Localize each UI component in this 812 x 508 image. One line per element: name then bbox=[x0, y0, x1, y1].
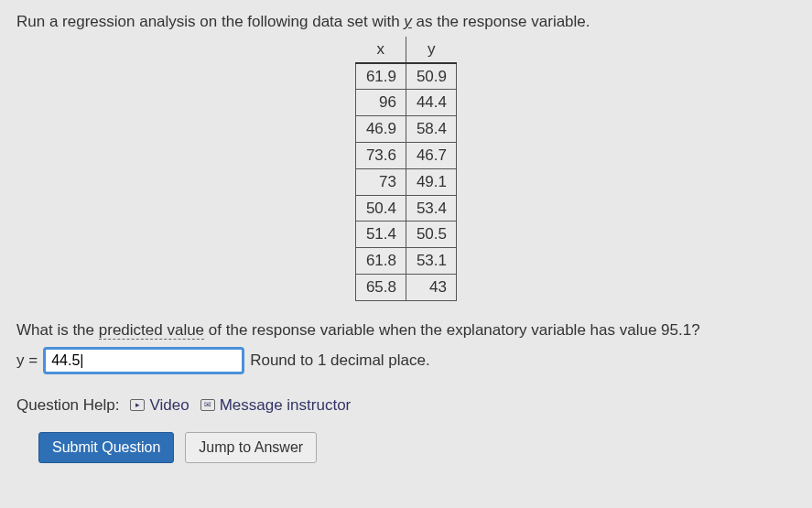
jump-to-answer-button[interactable]: Jump to Answer bbox=[185, 432, 317, 463]
cell-x: 73 bbox=[356, 168, 406, 195]
data-table: x y 61.950.99644.446.958.473.646.77349.1… bbox=[355, 37, 457, 301]
prompt-lead: Run a regression analysis on the followi… bbox=[16, 13, 404, 30]
question-text: What is the predicted value of the respo… bbox=[16, 319, 796, 341]
cell-y: 49.1 bbox=[406, 168, 457, 195]
table-row: 7349.1 bbox=[356, 168, 457, 195]
table-row: 46.958.4 bbox=[356, 116, 457, 143]
table-row: 73.646.7 bbox=[356, 142, 457, 168]
cell-x: 46.9 bbox=[356, 116, 406, 143]
cell-y: 50.9 bbox=[406, 63, 457, 90]
table-row: 50.453.4 bbox=[356, 195, 457, 222]
question-lead: What is the bbox=[16, 321, 99, 339]
message-instructor-link[interactable]: ✉ Message instructor bbox=[200, 395, 352, 416]
table-header-y: y bbox=[406, 37, 457, 63]
cell-x: 51.4 bbox=[356, 222, 406, 248]
play-icon: ▸ bbox=[130, 399, 145, 411]
cell-x: 61.8 bbox=[356, 248, 406, 275]
help-row: Question Help: ▸ Video ✉ Message instruc… bbox=[16, 395, 796, 416]
answer-suffix: Round to 1 decimal place. bbox=[250, 350, 430, 372]
table-row: 65.843 bbox=[356, 274, 457, 300]
table-header-x: x bbox=[356, 37, 406, 63]
cell-x: 61.9 bbox=[356, 63, 406, 90]
message-label: Message instructor bbox=[220, 395, 352, 416]
cell-x: 96 bbox=[356, 90, 406, 116]
question-tail: of the response variable when the explan… bbox=[204, 321, 700, 339]
table-row: 61.853.1 bbox=[356, 248, 457, 275]
cell-x: 73.6 bbox=[356, 142, 406, 168]
cell-y: 50.5 bbox=[406, 222, 457, 248]
answer-input[interactable] bbox=[43, 347, 244, 374]
submit-button[interactable]: Submit Question bbox=[38, 432, 174, 463]
cell-x: 50.4 bbox=[356, 195, 406, 222]
table-row: 61.950.9 bbox=[356, 63, 457, 90]
question-underlined: predicted value bbox=[99, 321, 204, 340]
cell-y: 44.4 bbox=[406, 90, 457, 116]
table-row: 51.450.5 bbox=[356, 222, 457, 248]
cell-y: 46.7 bbox=[406, 142, 457, 168]
button-row: Submit Question Jump to Answer bbox=[16, 432, 796, 463]
video-label: Video bbox=[149, 395, 189, 416]
prompt-tail: as the response variable. bbox=[412, 13, 590, 30]
cell-y: 43 bbox=[406, 274, 457, 300]
prompt-y-var: y bbox=[404, 13, 412, 30]
cell-y: 53.1 bbox=[406, 248, 457, 275]
help-label: Question Help: bbox=[16, 395, 119, 416]
cell-x: 65.8 bbox=[356, 274, 406, 300]
table-row: 9644.4 bbox=[356, 90, 457, 116]
video-link[interactable]: ▸ Video bbox=[130, 395, 189, 416]
mail-icon: ✉ bbox=[200, 399, 215, 411]
cell-y: 58.4 bbox=[406, 116, 457, 143]
answer-row: y = Round to 1 decimal place. bbox=[16, 347, 796, 374]
answer-prefix: y = bbox=[16, 350, 38, 372]
prompt-text: Run a regression analysis on the followi… bbox=[16, 11, 796, 33]
cell-y: 53.4 bbox=[406, 195, 457, 222]
